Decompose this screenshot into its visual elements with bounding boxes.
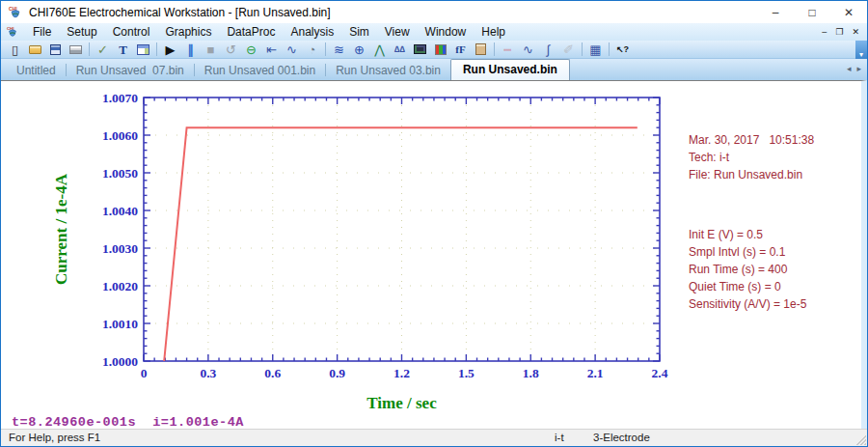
font-settings-icon[interactable]: fF (450, 41, 471, 58)
mdi-close-button[interactable]: ✕ (852, 27, 859, 37)
data-smoothing-icon[interactable]: ┉ (498, 41, 518, 58)
cell-window-icon[interactable] (133, 41, 153, 58)
tab-run-unsaved-001-bin[interactable]: Run Unsaved 001.bin (195, 61, 325, 80)
param-line: Quiet Time (s) = 0 (689, 278, 814, 295)
toolbar: ▯✓T▶∥■↺⊖⇤∿◔≋⊕⋀∆∆fF┉∿∫✐▦↖? ▾ (1, 41, 867, 59)
svg-text:1.5: 1.5 (458, 366, 475, 380)
close-button[interactable]: ✕ (830, 1, 867, 23)
svg-text:0: 0 (141, 366, 148, 380)
param-line: Smpl Intvl (s) = 0.1 (689, 243, 814, 261)
rotating-electrode-icon[interactable]: ◔ (302, 41, 322, 58)
print-glyph (69, 45, 82, 54)
present-data-plot-icon[interactable]: ≋ (329, 41, 349, 58)
svg-text:2.4: 2.4 (652, 366, 668, 380)
menu-item-graphics[interactable]: Graphics (157, 24, 219, 40)
menu-item-file[interactable]: File (25, 24, 59, 40)
copy-to-clipboard-glyph (475, 43, 486, 55)
menu-item-view[interactable]: View (377, 24, 418, 40)
copy-to-clipboard-icon[interactable] (471, 41, 491, 58)
tab-run-unsaved-03-bin[interactable]: Run Unsaved 03.bin (326, 61, 450, 80)
svg-text:1.0030: 1.0030 (102, 241, 138, 256)
document-icon: CHI (6, 25, 19, 39)
menu-item-window[interactable]: Window (418, 24, 475, 40)
mdi-window-controls: – ❐ ✕ (822, 27, 867, 37)
tab-run-unsaved-bin[interactable]: Run Unsaved.bin (450, 59, 570, 80)
tab-scroll-controls: ◂ ▸ (847, 64, 861, 73)
svg-text:1.2: 1.2 (393, 366, 410, 380)
experiment-info-panel: Mar. 30, 2017 10:51:38Tech: i-tFile: Run… (689, 97, 814, 348)
tab-scroll-right-icon[interactable]: ▸ (856, 64, 861, 73)
tab-items: UntitledRun Unsaved 07.binRun Unsaved 00… (7, 59, 570, 80)
svg-text:1.0000: 1.0000 (102, 354, 138, 369)
minimize-button[interactable]: – (757, 1, 794, 23)
new-file-icon[interactable]: ▯ (5, 41, 25, 58)
color-legend-icon[interactable] (430, 41, 450, 58)
open-file-glyph (29, 45, 41, 54)
menu-item-control[interactable]: Control (105, 24, 158, 40)
resize-grip[interactable] (854, 433, 866, 445)
svg-text:1.0070: 1.0070 (102, 91, 138, 105)
toolbar-overflow-icon[interactable]: ▾ (855, 41, 867, 59)
title-bar: CHI CHI760E Electrochemical Workstation … (1, 1, 867, 23)
pause-experiment-icon[interactable]: ∥ (180, 41, 201, 58)
text-tool-icon[interactable]: T (113, 41, 133, 58)
info-line: File: Run Unsaved.bin (689, 166, 814, 183)
svg-text:Time / sec: Time / sec (366, 394, 437, 412)
menu-item-help[interactable]: Help (474, 24, 513, 40)
svg-text:1.8: 1.8 (523, 366, 539, 380)
system-setup-icon[interactable]: ✓ (93, 41, 113, 58)
svg-text:1.0040: 1.0040 (102, 204, 138, 218)
data-listing-icon[interactable]: ▦ (585, 41, 606, 58)
experiment-parameter-lines: Init E (V) = 0.5Smpl Intvl (s) = 0.1Run … (689, 226, 814, 313)
mdi-minimize-button[interactable]: – (822, 27, 827, 37)
derivative-icon[interactable]: ∿ (518, 41, 538, 58)
color-legend-glyph (435, 44, 447, 55)
toolbar-items: ▯✓T▶∥■↺⊖⇤∿◔≋⊕⋀∆∆fF┉∿∫✐▦↖? (5, 41, 633, 58)
run-experiment-icon[interactable]: ▶ (160, 41, 180, 58)
zoom-tool-icon[interactable]: ⊕ (349, 41, 369, 58)
zero-current-icon[interactable]: ⊖ (241, 41, 261, 58)
toolbar-separator (494, 42, 495, 56)
info-line: Tech: i-t (689, 149, 814, 166)
toolbar-separator (89, 42, 90, 56)
open-file-icon[interactable] (25, 41, 45, 58)
svg-text:2.1: 2.1 (587, 366, 604, 380)
toolbar-separator (609, 42, 610, 56)
filter-setting-icon[interactable]: ∿ (282, 41, 302, 58)
menu-item-analysis[interactable]: Analysis (283, 24, 341, 40)
status-electrode-mode: 3-Electrode (593, 432, 650, 443)
plot-area: 00.30.60.91.21.51.82.12.41.00001.00101.0… (1, 80, 867, 429)
stop-experiment-icon[interactable]: ■ (201, 41, 221, 58)
context-help-icon[interactable]: ↖? (612, 41, 633, 58)
menu-item-setup[interactable]: Setup (59, 24, 104, 40)
menu-item-dataproc[interactable]: DataProc (219, 24, 283, 40)
multi-peak-icon[interactable]: ∆∆ (390, 41, 410, 58)
print-icon[interactable] (66, 41, 86, 58)
app-logo-icon: CHI (8, 5, 23, 20)
mdi-restore-button[interactable]: ❐ (835, 27, 843, 37)
document-tab-bar: UntitledRun Unsaved 07.binRun Unsaved 00… (1, 59, 867, 80)
svg-text:1.0020: 1.0020 (102, 279, 138, 293)
tab-untitled[interactable]: Untitled (7, 61, 66, 80)
reverse-scan-icon[interactable]: ↺ (221, 41, 241, 58)
param-line: Sensitivity (A/V) = 1e-5 (689, 295, 814, 313)
ir-compensation-icon[interactable]: ⇤ (261, 41, 282, 58)
status-help-text: For Help, press F1 (9, 432, 100, 443)
svg-text:Current / 1e-4A: Current / 1e-4A (52, 173, 70, 285)
svg-text:0.3: 0.3 (200, 366, 216, 380)
tab-scroll-left-icon[interactable]: ◂ (847, 64, 852, 73)
menu-bar-items: FileSetupControlGraphicsDataProcAnalysis… (25, 24, 513, 40)
tab-run-unsaved-07-bin[interactable]: Run Unsaved 07.bin (67, 61, 194, 80)
svg-text:1.0050: 1.0050 (102, 166, 138, 181)
experiment-header-lines: Mar. 30, 2017 10:51:38Tech: i-tFile: Run… (689, 131, 814, 183)
peak-definition-icon[interactable]: ⋀ (369, 41, 390, 58)
maximize-button[interactable]: □ (794, 1, 830, 23)
menu-bar: CHI FileSetupControlGraphicsDataProcAnal… (1, 23, 867, 41)
status-technique: i-t (555, 432, 564, 443)
integration-icon[interactable]: ∫ (538, 41, 558, 58)
baseline-correction-icon[interactable]: ✐ (558, 41, 579, 58)
save-file-glyph (50, 44, 61, 55)
menu-item-sim[interactable]: Sim (341, 24, 377, 40)
save-file-icon[interactable] (45, 41, 66, 58)
cell-monitor-icon[interactable] (410, 41, 430, 58)
